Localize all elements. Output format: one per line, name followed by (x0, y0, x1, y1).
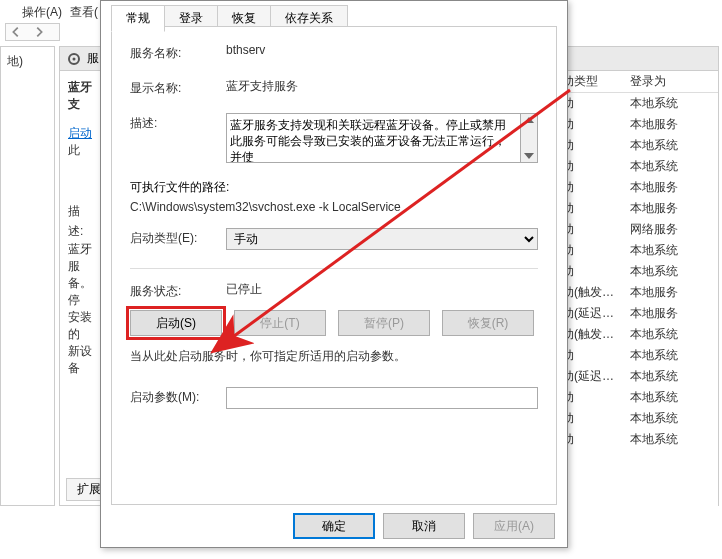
description-scrollbar[interactable] (521, 113, 538, 163)
service-row[interactable]: 动本地服务 (558, 177, 718, 198)
toolbar-back-icon[interactable] (9, 25, 23, 39)
menu-bar: 操作(A) 查看( (22, 4, 98, 21)
svg-point-1 (73, 57, 76, 60)
service-row[interactable]: 动本地服务 (558, 198, 718, 219)
service-row[interactable]: 动网络服务 (558, 219, 718, 240)
startup-params-input[interactable] (226, 387, 538, 409)
value-service-status: 已停止 (226, 281, 538, 298)
menu-action[interactable]: 操作(A) (22, 4, 62, 21)
services-grid: 动类型 登录为 动本地系统动本地服务动本地系统动本地系统动本地服务动本地服务动网… (558, 71, 718, 551)
value-exe-path: C:\Windows\system32\svchost.exe -k Local… (130, 200, 538, 214)
service-row[interactable]: 动本地系统 (558, 135, 718, 156)
col-startup-type[interactable]: 动类型 (558, 73, 626, 90)
service-row[interactable]: 动本地系统 (558, 93, 718, 114)
label-service-name: 服务名称: (130, 43, 226, 62)
startup-params-hint: 当从此处启动服务时，你可指定所适用的启动参数。 (130, 348, 538, 365)
toolbar-forward-icon[interactable] (32, 25, 46, 39)
label-description: 描述: (130, 113, 226, 132)
value-display-name: 蓝牙支持服务 (226, 78, 538, 95)
start-button[interactable]: 启动(S) (130, 310, 222, 336)
tab-general[interactable]: 常规 (111, 5, 165, 32)
service-title: 蓝牙支 (68, 79, 92, 113)
tree-node[interactable]: 地) (7, 54, 23, 68)
separator (130, 268, 538, 269)
start-link-tail: 此 (68, 143, 80, 157)
tree-sidebar: 地) (0, 46, 55, 506)
service-row[interactable]: 动(触发…本地服务 (558, 282, 718, 303)
service-row[interactable]: 动(触发…本地系统 (558, 324, 718, 345)
dialog-button-bar: 确定 取消 应用(A) (293, 513, 555, 539)
service-row[interactable]: 动本地系统 (558, 408, 718, 429)
cancel-button[interactable]: 取消 (383, 513, 465, 539)
service-row[interactable]: 动(延迟…本地服务 (558, 303, 718, 324)
service-row[interactable]: 动本地系统 (558, 345, 718, 366)
service-row[interactable]: 动(延迟…本地系统 (558, 366, 718, 387)
start-link[interactable]: 启动 (68, 126, 92, 140)
service-row[interactable]: 动本地系统 (558, 429, 718, 450)
service-row[interactable]: 动本地系统 (558, 387, 718, 408)
service-row[interactable]: 动本地服务 (558, 114, 718, 135)
label-startup-params: 启动参数(M): (130, 387, 226, 406)
panel-title: 服 (87, 50, 99, 67)
label-display-name: 显示名称: (130, 78, 226, 97)
ok-button[interactable]: 确定 (293, 513, 375, 539)
col-logon-as[interactable]: 登录为 (626, 73, 714, 90)
detail-desc: 蓝牙服 备。停 安装的 新设备 (68, 241, 92, 377)
service-properties-dialog: 常规 登录 恢复 依存关系 服务名称: bthserv 显示名称: 蓝牙支持服务… (100, 0, 568, 548)
stop-button: 停止(T) (234, 310, 326, 336)
grid-header: 动类型 登录为 (558, 71, 718, 93)
apply-button: 应用(A) (473, 513, 555, 539)
label-startup-type: 启动类型(E): (130, 228, 226, 247)
resume-button: 恢复(R) (442, 310, 534, 336)
label-service-status: 服务状态: (130, 281, 226, 300)
startup-type-select[interactable]: 手动 (226, 228, 538, 250)
label-exe-path: 可执行文件的路径: (130, 179, 538, 196)
tab-general-body: 服务名称: bthserv 显示名称: 蓝牙支持服务 描述: 可执行文件的路径:… (111, 26, 557, 505)
menu-view[interactable]: 查看( (70, 4, 98, 21)
toolbar (5, 23, 60, 41)
detail-pane: 蓝牙支 启动此 描述: 蓝牙服 备。停 安装的 新设备 (60, 71, 100, 501)
service-row[interactable]: 动本地系统 (558, 240, 718, 261)
detail-desc-hdr: 描述: (68, 201, 92, 241)
gear-icon (66, 51, 82, 67)
service-row[interactable]: 动本地系统 (558, 261, 718, 282)
pause-button: 暂停(P) (338, 310, 430, 336)
description-textarea[interactable] (226, 113, 521, 163)
value-service-name: bthserv (226, 43, 538, 57)
service-row[interactable]: 动本地系统 (558, 156, 718, 177)
